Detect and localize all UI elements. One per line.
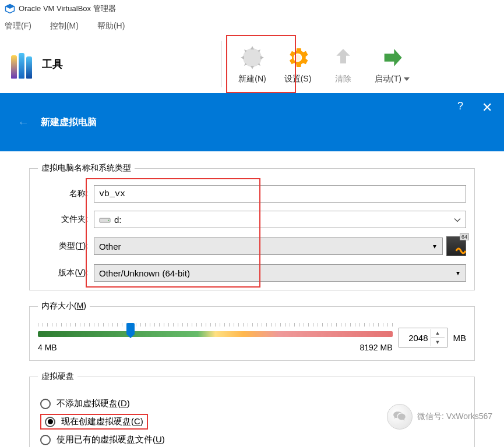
section-memory: 内存大小(M) 4 MB 8192 MB ▲ ▼: [29, 301, 475, 361]
disk-option-none-label: 不添加虚拟硬盘(D): [57, 398, 130, 409]
dropdown-indicator-icon: ▾: [456, 269, 460, 277]
watermark: 微信号: VxWorks567: [387, 404, 492, 430]
settings-icon: [284, 44, 312, 72]
version-combo[interactable]: Other/Unknown (64-bit) ▾: [94, 264, 466, 282]
start-button[interactable]: 启动(T): [375, 44, 410, 84]
start-label: 启动(T): [375, 74, 401, 84]
memory-value-input[interactable]: [399, 333, 431, 343]
virtualbox-logo-icon: [5, 3, 15, 14]
annotation-highlight-radio: 现在创建虚拟硬盘(C): [40, 414, 148, 430]
svg-point-11: [295, 55, 301, 61]
memory-spinner[interactable]: ▲ ▼: [399, 328, 447, 347]
svg-marker-5: [241, 56, 244, 59]
section-name-os: 虚拟电脑名称和系统类型 名称: 文件夹: d: 类型(T):: [29, 163, 475, 290]
memory-slider[interactable]: [38, 331, 393, 337]
wizard-body: 虚拟电脑名称和系统类型 名称: 文件夹: d: 类型(T):: [0, 151, 504, 447]
name-input[interactable]: [94, 185, 466, 203]
version-value: Other/Unknown (64-bit): [99, 268, 190, 278]
tools-label: 工具: [42, 57, 63, 71]
memory-unit: MB: [453, 333, 467, 343]
clear-icon: [329, 44, 357, 72]
toolbar: 工具 新建(N): [0, 35, 504, 93]
radio-icon[interactable]: [40, 399, 51, 409]
disk-option-existing-label: 使用已有的虚拟硬盘文件(U): [57, 434, 165, 445]
wechat-icon: [387, 404, 413, 430]
settings-label: 设置(S): [284, 74, 312, 84]
watermark-text: 微信号: VxWorks567: [417, 411, 492, 422]
menu-file[interactable]: 管理(F): [5, 21, 31, 31]
type-combo[interactable]: Other ▾: [94, 237, 443, 255]
label-name: 名称:: [38, 189, 88, 199]
wizard-header: ← 新建虚拟电脑 ? ✕: [0, 93, 504, 151]
svg-marker-4: [251, 66, 254, 69]
os-icon: 64: [446, 236, 466, 256]
menubar: 管理(F) 控制(M) 帮助(H): [0, 17, 504, 35]
menu-help[interactable]: 帮助(H): [97, 21, 125, 31]
new-button[interactable]: 新建(N): [238, 44, 266, 84]
wizard-back-icon[interactable]: ←: [17, 116, 29, 129]
svg-point-13: [108, 220, 109, 221]
disk-option-create-label: 现在创建虚拟硬盘(C): [61, 416, 143, 427]
clear-button[interactable]: 清除: [329, 44, 357, 84]
start-dropdown-icon[interactable]: [404, 77, 410, 81]
tools-icon: [7, 49, 36, 79]
radio-icon[interactable]: [40, 435, 51, 445]
window-title: Oracle VM VirtualBox 管理器: [19, 3, 116, 14]
legend-memory: 内存大小(M): [38, 301, 90, 311]
tools-pane[interactable]: 工具: [0, 35, 221, 93]
dropdown-indicator-icon: ▾: [433, 242, 436, 250]
settings-button[interactable]: 设置(S): [284, 44, 312, 84]
type-value: Other: [99, 242, 121, 251]
label-version: 版本(V):: [38, 268, 88, 278]
label-type: 类型(T):: [38, 241, 88, 251]
legend-name-os: 虚拟电脑名称和系统类型: [38, 163, 135, 173]
disk-option-existing[interactable]: 使用已有的虚拟硬盘文件(U): [40, 434, 466, 445]
chevron-down-icon: [454, 215, 461, 225]
memory-min: 4 MB: [38, 343, 57, 352]
wizard-title: 新建虚拟电脑: [41, 116, 97, 129]
new-icon: [238, 44, 266, 72]
menu-control[interactable]: 控制(M): [50, 21, 79, 31]
folder-combo[interactable]: d:: [94, 211, 466, 228]
wizard-help-icon[interactable]: ?: [457, 100, 463, 112]
clear-label: 清除: [335, 74, 351, 84]
svg-marker-6: [260, 56, 264, 59]
legend-disk: 虚拟硬盘: [38, 371, 77, 382]
drive-icon: [99, 215, 111, 224]
new-label: 新建(N): [238, 74, 266, 84]
start-icon: [378, 44, 406, 72]
radio-icon[interactable]: [45, 417, 55, 427]
memory-max: 8192 MB: [360, 343, 392, 352]
slider-ticks: [38, 323, 393, 327]
svg-marker-3: [251, 46, 254, 49]
spin-down-icon[interactable]: ▼: [431, 338, 445, 346]
label-folder: 文件夹:: [38, 214, 88, 225]
spin-up-icon[interactable]: ▲: [431, 329, 445, 338]
folder-value: d:: [114, 215, 122, 225]
wizard-close-icon[interactable]: ✕: [482, 100, 492, 115]
window-titlebar: Oracle VM VirtualBox 管理器: [0, 0, 504, 17]
slider-thumb[interactable]: [126, 323, 135, 335]
